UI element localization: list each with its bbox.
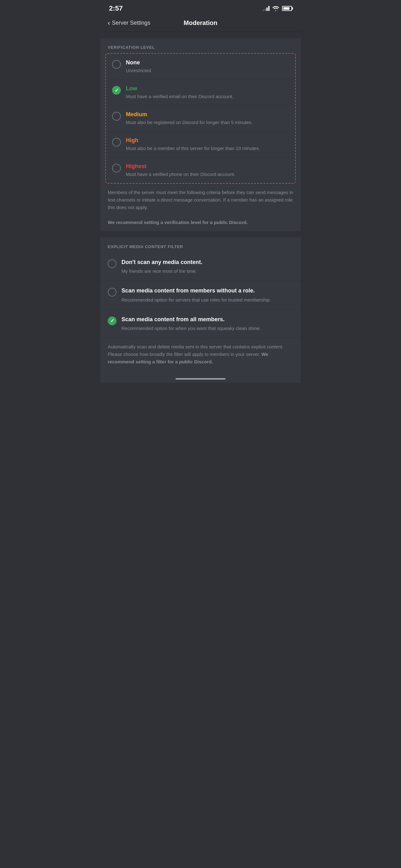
- home-indicator: [100, 373, 301, 383]
- verification-option-none[interactable]: None Unrestricted: [106, 54, 295, 80]
- filter-option-none[interactable]: Don't scan any media content. My friends…: [100, 252, 301, 281]
- explicit-section: EXPLICIT MEDIA CONTENT FILTER Don't scan…: [100, 238, 301, 373]
- option-desc-low: Must have a verified email on their Disc…: [126, 93, 289, 100]
- verification-section-title: VERIFICATION LEVEL: [108, 45, 155, 50]
- option-name-low: Low: [126, 85, 289, 92]
- radio-low: ✓: [112, 86, 121, 95]
- verification-recommendation: We recommend setting a verification leve…: [108, 220, 248, 225]
- radio-filter-none: [108, 259, 116, 268]
- filter-desc-all: Recommended option for when you want tha…: [122, 325, 293, 332]
- option-desc-high: Must also be a member of this server for…: [126, 145, 289, 152]
- explicit-desc-text: Automatically scan and delete media sent…: [108, 344, 283, 364]
- status-bar: 2:57: [100, 0, 301, 16]
- filter-desc-no-role: Recommended option for servers that use …: [122, 297, 293, 303]
- status-icons: [263, 6, 292, 11]
- option-text-low: Low Must have a verified email on their …: [126, 85, 289, 100]
- verification-section-header: VERIFICATION LEVEL: [100, 38, 301, 53]
- verification-option-low[interactable]: ✓ Low Must have a verified email on thei…: [106, 80, 295, 105]
- content-area: VERIFICATION LEVEL None Unrestricted ✓ L…: [100, 32, 301, 383]
- section-gap-top: [100, 32, 301, 38]
- page-title: Moderation: [170, 19, 231, 27]
- filter-option-no-role[interactable]: Scan media content from members without …: [100, 281, 301, 309]
- radio-high: [112, 138, 121, 147]
- filter-text-all: Scan media content from all members. Rec…: [122, 316, 293, 332]
- radio-filter-no-role: [108, 288, 116, 297]
- verification-option-high[interactable]: High Must also be a member of this serve…: [106, 131, 295, 157]
- status-time: 2:57: [109, 4, 123, 12]
- option-desc-highest: Must have a verified phone on their Disc…: [126, 171, 289, 178]
- option-name-medium: Medium: [126, 111, 289, 118]
- option-text-medium: Medium Must also be registered on Discor…: [126, 111, 289, 126]
- filter-name-all: Scan media content from all members.: [122, 316, 293, 323]
- explicit-section-header: EXPLICIT MEDIA CONTENT FILTER: [100, 238, 301, 252]
- explicit-section-title: EXPLICIT MEDIA CONTENT FILTER: [108, 244, 183, 249]
- option-desc-none: Unrestricted: [126, 67, 289, 74]
- option-text-highest: Highest Must have a verified phone on th…: [126, 163, 289, 178]
- radio-medium: [112, 112, 121, 121]
- home-bar: [175, 378, 226, 380]
- option-text-none: None Unrestricted: [126, 59, 289, 74]
- verification-desc-text: Members of the server must meet the foll…: [108, 190, 293, 225]
- filter-text-none: Don't scan any media content. My friends…: [122, 259, 293, 274]
- filter-name-none: Don't scan any media content.: [122, 259, 293, 266]
- radio-highest: [112, 164, 121, 173]
- verification-description: Members of the server must meet the foll…: [100, 184, 301, 231]
- verification-options-box: None Unrestricted ✓ Low Must have a veri…: [105, 53, 296, 184]
- filter-name-no-role: Scan media content from members without …: [122, 287, 293, 294]
- explicit-recommendation: We recommend setting a filter for a publ…: [108, 351, 268, 364]
- back-label: Server Settings: [112, 20, 150, 26]
- option-name-high: High: [126, 137, 289, 144]
- option-name-none: None: [126, 59, 289, 66]
- option-name-highest: Highest: [126, 163, 289, 170]
- back-chevron-icon: ‹: [108, 20, 110, 27]
- back-button[interactable]: ‹ Server Settings: [108, 20, 170, 27]
- option-desc-medium: Must also be registered on Discord for l…: [126, 119, 289, 126]
- signal-icon: [263, 6, 269, 11]
- filter-desc-none: My friends are nice most of the time.: [122, 268, 293, 274]
- verification-option-highest[interactable]: Highest Must have a verified phone on th…: [106, 157, 295, 183]
- option-text-high: High Must also be a member of this serve…: [126, 137, 289, 152]
- wifi-icon: [272, 6, 279, 11]
- verification-option-medium[interactable]: Medium Must also be registered on Discor…: [106, 105, 295, 131]
- filter-option-all[interactable]: ✓ Scan media content from all members. R…: [100, 310, 301, 338]
- battery-icon: [282, 6, 292, 11]
- explicit-description: Automatically scan and delete media sent…: [100, 338, 301, 373]
- radio-none: [112, 60, 121, 69]
- radio-filter-all: ✓: [108, 316, 116, 325]
- nav-header: ‹ Server Settings Moderation: [100, 16, 301, 32]
- section-gap-middle: [100, 231, 301, 238]
- checkmark-low: ✓: [114, 88, 119, 93]
- filter-text-no-role: Scan media content from members without …: [122, 287, 293, 303]
- checkmark-filter-all: ✓: [110, 318, 114, 324]
